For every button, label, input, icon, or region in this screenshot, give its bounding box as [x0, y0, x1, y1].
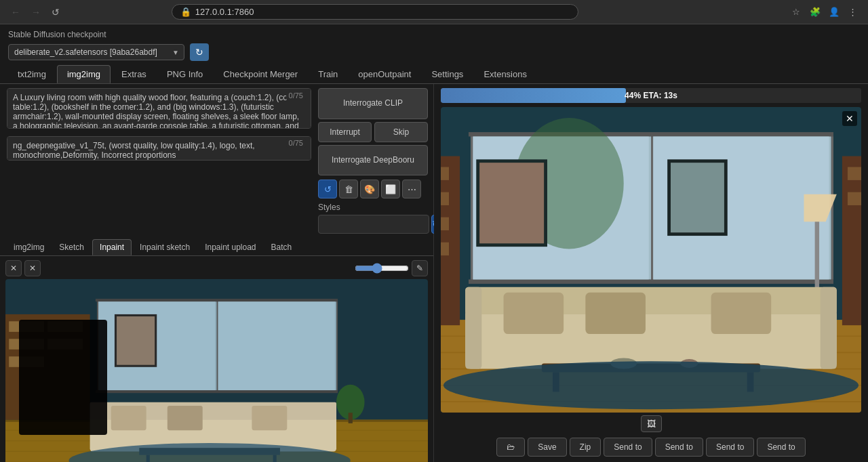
interrupt-button[interactable]: Interrupt — [318, 122, 372, 142]
svg-rect-22 — [117, 316, 155, 365]
send-to-button-4[interactable]: Send to — [757, 438, 805, 457]
output-close-button[interactable]: ✕ — [842, 111, 857, 126]
right-panel: 44% ETA: 13s ✕ — [434, 84, 868, 462]
save-image-button[interactable]: 🖼 — [641, 415, 662, 432]
progress-bar-track: 44% ETA: 13s — [441, 88, 861, 103]
svg-point-80 — [443, 361, 859, 409]
send-to-button-2[interactable]: Send to — [655, 438, 703, 457]
tab-txt2img[interactable]: txt2img — [8, 65, 56, 83]
sub-tab-inpaint[interactable]: Inpaint — [92, 239, 132, 255]
svg-rect-58 — [441, 243, 449, 255]
svg-rect-24 — [349, 413, 353, 423]
canvas-slider-row: ✎ — [355, 260, 428, 276]
svg-rect-29 — [252, 406, 287, 430]
svg-rect-10 — [336, 300, 338, 392]
tab-openoutpaint[interactable]: openOutpaint — [349, 65, 420, 83]
bookmark-icon[interactable]: ☆ — [788, 4, 804, 20]
output-save-row: 🖼 — [434, 413, 868, 432]
svg-rect-65 — [479, 163, 544, 243]
sub-tab-sketch[interactable]: Sketch — [52, 239, 91, 255]
svg-rect-14 — [218, 301, 335, 390]
send-to-button-1[interactable]: Send to — [604, 438, 652, 457]
skip-button[interactable]: Skip — [374, 122, 428, 142]
tab-img2img[interactable]: img2img — [57, 65, 111, 83]
interrogate-clip-button[interactable]: Interrogate CLIP — [318, 88, 428, 119]
styles-row: ↻ — [318, 215, 428, 234]
styles-input[interactable] — [318, 215, 429, 234]
sub-tab-inpaint-upload[interactable]: Inpaint upload — [198, 239, 262, 255]
tab-extensions[interactable]: Extensions — [474, 65, 536, 83]
svg-rect-62 — [848, 192, 861, 205]
profile-icon[interactable]: 👤 — [826, 4, 842, 20]
back-button[interactable]: ← — [7, 5, 24, 20]
progress-bar-text: 44% ETA: 13s — [625, 91, 677, 100]
svg-rect-56 — [441, 217, 449, 230]
svg-rect-50 — [441, 156, 460, 325]
left-panel: 0/75 A Luxury living room with high qual… — [0, 84, 434, 462]
tab-png-info[interactable]: PNG Info — [157, 65, 212, 83]
tab-extras[interactable]: Extras — [112, 65, 156, 83]
tab-settings[interactable]: Settings — [422, 65, 473, 83]
canvas-toolbar: ✕ ✕ ✎ — [5, 260, 428, 276]
interrupt-skip-row: Interrupt Skip — [318, 122, 428, 142]
sub-tab-inpaint-sketch[interactable]: Inpaint sketch — [133, 239, 197, 255]
svg-rect-84 — [671, 163, 724, 232]
svg-rect-71 — [821, 287, 837, 369]
zip-button[interactable]: Zip — [570, 438, 601, 457]
sub-nav-tabs: img2img Sketch Inpaint Inpaint sketch In… — [0, 236, 433, 256]
browser-icons: ☆ 🧩 👤 ⋮ — [788, 4, 861, 20]
svg-rect-42 — [471, 134, 473, 281]
browser-chrome: ← → ↺ 🔒 127.0.0.1:7860 ☆ 🧩 👤 ⋮ — [0, 0, 868, 24]
canvas-edit-button[interactable]: ✎ — [412, 260, 428, 276]
negative-prompt-textarea[interactable]: ng_deepnegative_v1_75t, (worst quality, … — [7, 136, 311, 161]
canvas-close-button[interactable]: ✕ — [24, 260, 41, 276]
folder-button[interactable]: 🗁 — [496, 438, 525, 457]
main-content: 0/75 A Luxury living room with high qual… — [0, 84, 868, 462]
canvas-area: ✕ ✕ ✎ — [0, 256, 433, 462]
recycle-icon-button[interactable]: ↺ — [318, 180, 337, 198]
input-image-canvas[interactable] — [5, 279, 428, 462]
canvas-clear-button[interactable]: ✕ — [5, 260, 22, 276]
menu-icon[interactable]: ⋮ — [845, 4, 861, 20]
layout-icon-button[interactable]: ⬜ — [381, 180, 400, 198]
forward-button[interactable]: → — [27, 5, 45, 20]
sub-tab-img2img[interactable]: img2img — [7, 239, 51, 255]
svg-rect-44 — [831, 134, 833, 281]
svg-rect-9 — [217, 300, 218, 392]
negative-char-count: 0/75 — [286, 138, 306, 148]
brush-size-slider[interactable] — [355, 263, 409, 274]
svg-rect-54 — [441, 192, 449, 205]
svg-rect-70 — [465, 287, 481, 369]
checkpoint-row: deliberate_v2.safetensors [9aba26abdf] ↻ — [8, 43, 860, 61]
trash-icon-button[interactable]: 🗑 — [339, 180, 358, 198]
tab-train[interactable]: Train — [309, 65, 347, 83]
more-icon-button[interactable]: ⋯ — [402, 180, 421, 198]
canvas-tool-buttons: ✕ ✕ — [5, 260, 41, 276]
sub-tab-batch[interactable]: Batch — [264, 239, 299, 255]
prompt-and-buttons: 0/75 A Luxury living room with high qual… — [0, 84, 433, 236]
svg-rect-27 — [111, 406, 146, 430]
browser-nav-buttons: ← → ↺ — [7, 5, 64, 20]
address-bar[interactable]: 🔒 127.0.0.1:7860 — [172, 4, 578, 20]
svg-rect-12 — [96, 390, 338, 393]
url-text: 127.0.0.1:7860 — [195, 7, 254, 17]
send-to-button-3[interactable]: Send to — [706, 438, 754, 457]
interrogate-deepbooru-button[interactable]: Interrogate DeepBooru — [318, 145, 428, 176]
prompt-column: 0/75 A Luxury living room with high qual… — [0, 84, 318, 236]
tool-icons-row: ↺ 🗑 🎨 ⬜ ⋯ — [318, 178, 428, 198]
nav-tabs: txt2img img2img Extras PNG Info Checkpoi… — [0, 61, 868, 84]
progress-bar-container: 44% ETA: 13s — [434, 84, 868, 107]
output-image-area: ✕ — [434, 107, 868, 413]
palette-icon-button[interactable]: 🎨 — [360, 180, 379, 198]
svg-rect-52 — [441, 167, 449, 180]
lock-icon: 🔒 — [180, 7, 191, 17]
tab-checkpoint-merger[interactable]: Checkpoint Merger — [214, 65, 307, 83]
save-button[interactable]: Save — [528, 438, 566, 457]
svg-rect-60 — [848, 167, 861, 180]
checkpoint-select[interactable]: deliberate_v2.safetensors [9aba26abdf] — [8, 44, 184, 60]
checkpoint-refresh-button[interactable]: ↻ — [190, 43, 209, 61]
prompt-textarea[interactable]: A Luxury living room with high quality w… — [7, 88, 311, 129]
extensions-icon[interactable]: 🧩 — [807, 4, 823, 20]
reload-button[interactable]: ↺ — [47, 5, 64, 20]
checkpoint-label: Stable Diffusion checkpoint — [8, 30, 860, 39]
